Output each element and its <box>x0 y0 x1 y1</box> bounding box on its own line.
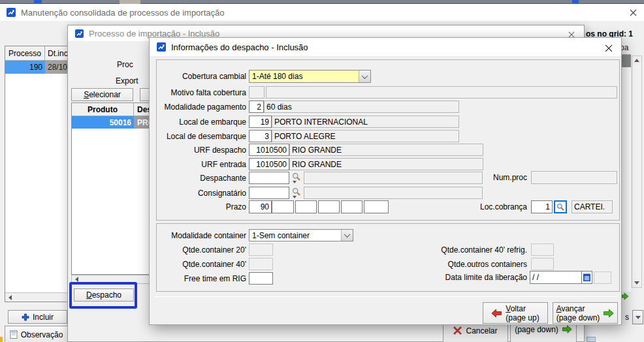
prazo-field-5[interactable] <box>341 200 362 213</box>
cancel-x-icon <box>453 326 462 335</box>
modalidade-container-combo[interactable]: 1-Sem container <box>249 229 353 241</box>
main-close-icon[interactable] <box>626 6 640 19</box>
chevron-down-icon[interactable] <box>341 230 353 241</box>
calendar-icon <box>583 273 590 281</box>
stray-s-text: s <box>625 313 629 322</box>
chevron-down-icon[interactable] <box>293 196 297 198</box>
chevron-down-icon[interactable] <box>293 181 297 183</box>
forward-arrow-icon <box>604 309 614 318</box>
taskbar-fragment <box>0 337 3 342</box>
local-desembarque-code[interactable]: 3 <box>249 130 272 142</box>
note-icon <box>10 330 18 339</box>
despacho-titlebar: Informações do despacho - Inclusão <box>150 38 621 56</box>
despacho-annotation-box <box>69 282 137 309</box>
local-desembarque-desc: PORTO ALEGRE <box>272 130 459 142</box>
cell-produto[interactable]: 50016 <box>72 116 134 129</box>
selecionar-label: Selecionar <box>84 90 121 99</box>
export-label: Export <box>116 76 138 86</box>
col-header-processo[interactable]: Processo <box>5 46 45 61</box>
qtde-outros-field <box>531 258 554 270</box>
dialog-icon <box>157 42 166 52</box>
modalidade-container-value: 1-Sem container <box>250 230 341 241</box>
consignatario-code-field[interactable] <box>249 187 289 199</box>
modalidade-pagamento-label: Modalidade pagamento <box>156 102 246 112</box>
cobertura-cambial-label: Cobertura cambial <box>156 72 246 81</box>
despachante-code-field[interactable] <box>249 172 289 184</box>
main-titlebar: Manutenção consolidada de processos de i… <box>0 4 644 21</box>
local-embarque-code[interactable]: 19 <box>249 116 272 128</box>
motivo-code-field[interactable] <box>249 86 265 99</box>
app-icon <box>7 8 16 17</box>
data-limite-label: Data limite da liberação <box>430 273 527 282</box>
incluir-label: Incluir <box>33 313 54 322</box>
proc-label: Proc <box>117 60 133 69</box>
button-separator <box>155 296 617 297</box>
qtde-outros-label: Qtde.outros containers <box>430 260 527 269</box>
local-embarque-label: Local de embarque <box>156 117 246 127</box>
despacho-close-icon[interactable] <box>602 42 616 55</box>
cell-processo[interactable]: 190 <box>5 61 45 74</box>
urf-entrada-code[interactable]: 1010500 <box>249 158 289 170</box>
back-arrow-icon <box>491 309 502 318</box>
urf-despacho-label: URF despacho <box>156 146 246 155</box>
dialog-icon <box>75 29 84 38</box>
free-time-rig-field[interactable] <box>249 272 273 285</box>
voltar-label: Voltar <box>506 304 526 313</box>
forward-arrow-icon <box>562 325 572 334</box>
observacao-label: Observação <box>21 330 63 339</box>
consignatario-label: Consignatário <box>156 189 246 198</box>
free-time-rig-label: Free time em RIG <box>156 274 246 283</box>
incluir-button[interactable]: Incluir <box>8 310 67 324</box>
proc-pagedown-label: (page down) <box>515 325 558 334</box>
cobertura-cambial-combo[interactable]: 1-Até 180 dias <box>249 70 371 83</box>
prazo-field-4[interactable] <box>318 200 340 213</box>
data-limite-field[interactable]: / / <box>530 271 582 284</box>
prazo-label: Prazo <box>156 202 246 211</box>
prazo-field-6[interactable] <box>364 200 389 213</box>
main-vscrollbar[interactable] <box>632 55 642 288</box>
prazo-field-3[interactable] <box>295 200 317 213</box>
avancar-label: Avançar <box>556 304 585 313</box>
cancelar-label: Cancelar <box>466 326 497 335</box>
main-window-title: Manutenção consolidada de processos de i… <box>21 8 224 18</box>
avancar-button[interactable]: Avançar (page down) <box>553 302 618 324</box>
qtde-container-20-field <box>249 243 273 256</box>
num-proc-field <box>531 171 617 184</box>
cobertura-cambial-value: 1-Até 180 dias <box>250 70 359 82</box>
chevron-down-icon[interactable] <box>359 70 370 82</box>
loc-cobranca-desc: CARTEI. <box>572 200 613 213</box>
qtde-container-40r-label: Qtde.container 40' refrig. <box>430 245 527 255</box>
voltar-button[interactable]: Voltar (page up) <box>483 302 548 324</box>
urf-entrada-desc: RIO GRANDE <box>289 158 483 170</box>
urf-despacho-code[interactable]: 1010500 <box>249 144 289 156</box>
qtde-container-40-label: Qtde.container 40' <box>156 260 246 269</box>
calendar-button[interactable] <box>582 271 592 284</box>
combo-dropdown-button[interactable] <box>632 310 643 324</box>
search-icon[interactable] <box>292 187 300 196</box>
scroll-left-icon[interactable] <box>5 294 14 302</box>
consignatario-desc-field <box>304 187 483 199</box>
motivo-desc-field[interactable] <box>266 86 617 99</box>
hidden-forward-arrow-fragment <box>622 293 628 300</box>
search-icon[interactable] <box>292 172 300 181</box>
prazo-field-1[interactable]: 90 <box>249 200 272 213</box>
prazo-field-2[interactable] <box>272 200 294 213</box>
qtde-container-40r-field <box>531 243 554 256</box>
scroll-down-icon[interactable] <box>632 279 641 287</box>
loc-cobranca-search-button[interactable] <box>554 200 567 213</box>
urf-despacho-desc: RIO GRANDE <box>289 144 483 156</box>
voltar-sub-label: (page up) <box>506 313 539 322</box>
local-embarque-desc: PORTO INTERNACIONAL <box>272 116 459 128</box>
qtde-container-20-label: Qtde.container 20' <box>156 245 246 255</box>
col-header-produto[interactable]: Produto <box>72 103 134 116</box>
modalidade-pagamento-code[interactable]: 2 <box>249 101 264 113</box>
observacao-button[interactable]: Observação <box>5 326 68 342</box>
urf-entrada-label: URF entrada <box>156 160 246 169</box>
selecionar-button[interactable]: Selecionar <box>71 88 133 101</box>
loc-cobranca-code[interactable]: 1 <box>531 200 553 213</box>
despachante-label: Despachante <box>156 174 246 183</box>
data-limite-extra-field <box>594 272 611 284</box>
avancar-sub-label: (page down) <box>556 313 600 322</box>
scroll-up-icon[interactable] <box>632 56 641 65</box>
despacho-dialog-title: Informações do despacho - Inclusão <box>171 42 308 52</box>
